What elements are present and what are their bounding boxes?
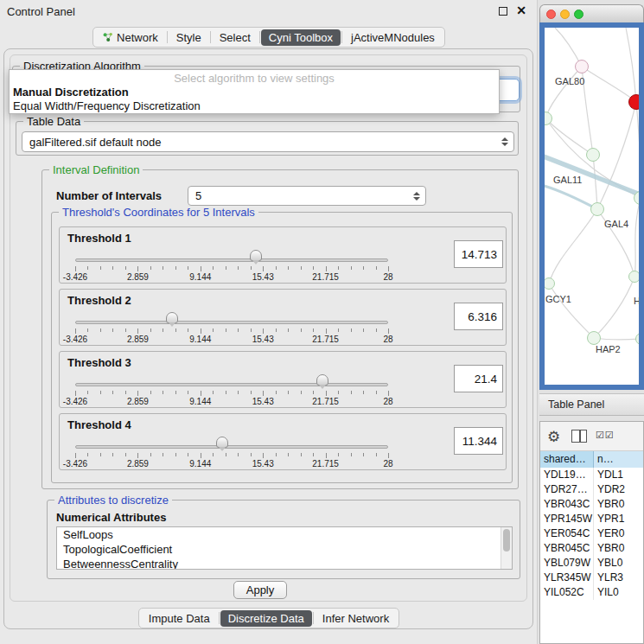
tab-style[interactable]: Style [169, 29, 209, 46]
table-column-header[interactable]: n… [594, 451, 643, 468]
slider-tick [87, 266, 88, 270]
slider-tick [238, 453, 239, 456]
gear-icon[interactable]: ⚙ [547, 428, 560, 446]
table-row[interactable]: YER054CYER0 [540, 526, 643, 541]
tab-impute-data[interactable]: Impute Data [141, 610, 218, 627]
tab-label: Network [117, 31, 158, 44]
attribute-list-item[interactable]: SelfLoops [57, 527, 512, 542]
threshold-value-field[interactable]: 11.344 [454, 427, 503, 455]
table-panel-title: Table Panel [548, 399, 604, 411]
node-label: GCY1 [545, 294, 571, 304]
slider-tick [326, 266, 327, 271]
network-node[interactable] [543, 277, 555, 290]
column-selector-icon[interactable] [571, 430, 587, 443]
slider-thumb[interactable] [316, 374, 328, 386]
close-icon[interactable]: ✕ [516, 3, 526, 17]
tab-label: Style [176, 31, 201, 44]
threshold-value-field[interactable]: 6.316 [454, 303, 503, 330]
apply-button[interactable]: Apply [233, 581, 287, 599]
network-node[interactable] [586, 148, 600, 162]
slider-tick-label: 9.144 [189, 335, 211, 344]
slider-track[interactable] [75, 321, 388, 324]
slider-tick [363, 328, 364, 332]
table-row[interactable]: YBL079WYBL0 [540, 556, 643, 571]
close-traffic-light-icon[interactable] [546, 10, 556, 19]
slider-tick [137, 266, 138, 271]
slider-tick [125, 453, 126, 456]
slider-track[interactable] [75, 258, 388, 262]
slider-track[interactable] [75, 383, 388, 386]
tab-discretize-data[interactable]: Discretize Data [220, 610, 312, 627]
table-row[interactable]: YPR145WYPR1 [540, 512, 643, 526]
slider-track[interactable] [75, 445, 388, 449]
network-node[interactable] [634, 191, 644, 205]
slider-tick [125, 328, 126, 332]
slider-ticks [75, 391, 388, 397]
zoom-traffic-light-icon[interactable] [574, 10, 583, 19]
table-data-combobox[interactable]: galFiltered.sif default node [22, 131, 514, 152]
table-row[interactable]: YLR345WYLR3 [540, 571, 643, 585]
table-row[interactable]: YDR27…YDR2 [540, 482, 643, 497]
slider-thumb[interactable] [216, 437, 228, 448]
scrollbar-thumb[interactable] [503, 529, 510, 552]
tab-jactivemnodules[interactable]: jActiveMNodules [343, 29, 443, 46]
slider-tick [137, 453, 138, 458]
network-node[interactable] [587, 331, 601, 345]
float-window-icon[interactable] [499, 7, 507, 16]
table-row[interactable]: YDL19…YDL1 [540, 468, 643, 482]
table-cell: YPR1 [594, 512, 643, 526]
network-node[interactable] [590, 202, 604, 216]
tab-label: Select [220, 31, 251, 44]
slider-tick [175, 266, 176, 270]
slider-tick [263, 266, 264, 271]
threshold-value-field[interactable]: 14.713 [454, 240, 503, 268]
table-column-header[interactable]: shared… [540, 451, 594, 468]
tab-separator [313, 612, 314, 624]
tab-cyni-toolbox[interactable]: Cyni Toolbox [261, 29, 341, 46]
table-row[interactable]: YIL052CYIL0 [540, 585, 643, 600]
dropdown-option[interactable]: Manual Discretization [10, 86, 499, 99]
table-cell: YER054C [540, 526, 594, 541]
network-canvas[interactable]: GAL80GAL11GAL4GCY1HHAP2 [545, 28, 639, 385]
network-node[interactable] [628, 271, 641, 283]
slider-tick [188, 328, 188, 332]
select-columns-icon[interactable]: ☑☑ [596, 430, 615, 441]
attribute-list-item[interactable]: TopologicalCoefficient [57, 542, 512, 557]
minimize-traffic-light-icon[interactable] [560, 10, 570, 19]
threshold-label: Threshold 3 [67, 356, 131, 369]
slider-tick [100, 453, 101, 456]
threshold-label: Threshold 1 [67, 232, 131, 245]
dropdown-option[interactable]: Equal Width/Frequency Discretization [10, 99, 499, 113]
slider-tick [301, 453, 302, 456]
tab-label: Cyni Toolbox [269, 31, 333, 44]
tab-network[interactable]: Network [95, 29, 166, 46]
slider-tick-label: 2.859 [127, 335, 149, 344]
slider-tick [263, 453, 264, 458]
slider-tick [100, 328, 101, 332]
slider-tick [388, 453, 389, 458]
table-cell: YDL19… [540, 468, 594, 482]
attribute-list-item[interactable]: BetweennessCentrality [57, 557, 512, 570]
tab-infer-network[interactable]: Infer Network [315, 610, 397, 627]
slider-tick [313, 391, 314, 394]
slider-thumb[interactable] [166, 312, 178, 323]
slider-tick-label: 21.715 [312, 335, 339, 344]
network-node[interactable] [628, 94, 644, 110]
table-row[interactable]: YBR045CYBR0 [540, 541, 643, 556]
slider-tick [251, 391, 252, 394]
network-view-window: GAL80GAL11GAL4GCY1HHAP2 [539, 4, 644, 390]
slider-tick [175, 453, 176, 456]
threshold-value-field[interactable]: 21.4 [454, 365, 503, 392]
network-node[interactable] [635, 333, 644, 345]
number-of-intervals-combobox[interactable]: 5 [188, 186, 426, 206]
network-node[interactable] [575, 60, 589, 73]
slider-ticks [75, 266, 388, 272]
numerical-attributes-list[interactable]: SelfLoopsTopologicalCoefficientBetweenne… [56, 526, 513, 570]
slider-thumb[interactable] [250, 250, 262, 261]
slider-tick [263, 328, 264, 334]
tab-select[interactable]: Select [212, 29, 258, 46]
scrollbar[interactable] [501, 527, 512, 569]
table-row[interactable]: YBR043CYBR0 [540, 497, 643, 512]
slider-tick [188, 453, 188, 456]
slider-tick [376, 328, 377, 332]
